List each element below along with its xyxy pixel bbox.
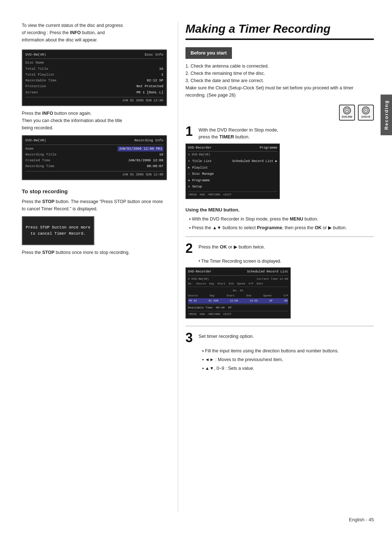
rec-info-title-left: DVD-RW(VR) bbox=[25, 138, 46, 143]
dvdrw-label: DVD-RW bbox=[342, 115, 352, 119]
prog-title-right: Programme bbox=[260, 146, 277, 151]
prog-icon-programme: ◆ bbox=[188, 178, 190, 183]
prog-nav-ok: ⊙OK bbox=[200, 193, 205, 197]
rec-title-label: Recording Title bbox=[25, 152, 62, 157]
before-start-item-3: 3. Check the date and time are correct. bbox=[185, 77, 374, 84]
page-title: Making a Timer Recording bbox=[185, 22, 374, 40]
dvdplusr-disc bbox=[362, 106, 370, 114]
using-menu-item-1: With the DVD Recorder in Stop mode, pres… bbox=[189, 215, 374, 223]
rec-time-val: 00:00:07 bbox=[147, 164, 163, 169]
ts-title-right: Scheduled Record List bbox=[247, 270, 288, 275]
rec-title-row: Recording Title 16 bbox=[25, 152, 163, 158]
left-column: To view the current status of the disc a… bbox=[22, 22, 178, 512]
step-2-num: 2 bbox=[185, 242, 195, 255]
disc-recordable-label: Recordable Time bbox=[25, 78, 62, 83]
divider-2 bbox=[185, 326, 374, 326]
ts-sub-right: Current Time 12:00 bbox=[257, 277, 288, 281]
ts-avail: Available Time 00:40 SP bbox=[188, 304, 288, 310]
step-2-bullet: • The Timer Recording screen is displaye… bbox=[185, 258, 374, 264]
ts-val-start: 12:00 bbox=[230, 299, 238, 303]
before-you-start-section: Before you start 1. Check the antenna ca… bbox=[185, 47, 374, 99]
stop-para2: Press the STOP buttons once more to stop… bbox=[22, 249, 167, 256]
ts-nav-exit: ▪EXIT bbox=[223, 312, 232, 316]
ts-header: DVD-Recorder Scheduled Record List bbox=[188, 270, 288, 276]
step-3-item-3: ▲▼, 0~9 : Sets a value. bbox=[202, 365, 374, 372]
ts-col-source: Source bbox=[188, 294, 198, 298]
step-3-list: Fill the input items using the direction… bbox=[185, 347, 374, 372]
stop-bold-2: STOP bbox=[42, 250, 54, 255]
disc-name-label: Disc Name bbox=[25, 60, 62, 65]
ts-nav-ok: ⊙OK bbox=[200, 312, 205, 316]
step-3-text: Set timer recording option. bbox=[199, 331, 254, 340]
stop-screen-text: Press STOP button once moreto cancel Tim… bbox=[26, 224, 90, 236]
rec-time-row: Recording Time 00:00:07 bbox=[25, 163, 163, 169]
disc-screen-label: Screen bbox=[25, 90, 62, 95]
ts-val-speed: SP bbox=[269, 299, 273, 303]
rec-name-row: Name JAN/01/2006 12:00 PR1 bbox=[25, 146, 163, 152]
ts-nav-move: ↕MOVE bbox=[188, 312, 197, 316]
divider-1 bbox=[185, 236, 374, 237]
ts-no01: No. 01 bbox=[188, 288, 288, 294]
step-3-header: 3 Set timer recording option. bbox=[185, 331, 374, 344]
ts-val-day: 01 SUN bbox=[208, 299, 218, 303]
disc-protection-val: Not Protected bbox=[136, 84, 163, 89]
ts-data-row: PR 01 01 SUN 12:00 14:55 SP ON bbox=[188, 298, 288, 304]
ok-bold: OK bbox=[315, 225, 322, 230]
dvd-icons-row: DVD-RW DVD+R bbox=[185, 105, 374, 121]
using-menu-item-2: Press the ▲▼ buttons to select Programme… bbox=[189, 224, 374, 231]
prog-label-playlist: Playlist bbox=[192, 166, 208, 171]
step-1-header: 1 With the DVD Recorder in Stop mode,pre… bbox=[185, 125, 374, 141]
dvdrw-disc bbox=[343, 106, 351, 114]
ts-col-vp: V/P bbox=[283, 294, 288, 298]
ts-col-start: Start bbox=[226, 294, 235, 298]
rec-created-row: Created Time JAN/01/2006 12:00 bbox=[25, 158, 163, 163]
step-2-block: 2 Press the OK or ▶ button twice. • The … bbox=[185, 242, 374, 319]
prog-item-playlist: ▶ Playlist bbox=[188, 165, 277, 171]
rec-name-label: Name bbox=[25, 146, 62, 151]
before-start-item-1: 1. Check the antenna cable is connected. bbox=[185, 62, 374, 70]
prog-item-programme: ◆ Programme bbox=[188, 178, 277, 184]
prog-icon-titlelist: ≡ bbox=[188, 159, 190, 164]
top-paragraph: To view the current status of the disc a… bbox=[22, 22, 167, 44]
rec-info-title-row: DVD-RW(VR) Recording Info bbox=[25, 138, 163, 145]
disc-total-title-label: Total Title bbox=[25, 66, 62, 72]
side-tab: Recording bbox=[381, 94, 392, 135]
prog-scheduled: Scheduled Record List ▶ bbox=[232, 159, 277, 164]
disc-recordable-val: 02:12 SP bbox=[147, 78, 163, 83]
ts-sub-left: ⊙ DVD-RW(VR) bbox=[188, 277, 209, 281]
rec-info-title-right: Recording Info bbox=[134, 138, 163, 143]
step-3-item-1: Fill the input items using the direction… bbox=[202, 347, 374, 355]
disc-recordable-row: Recordable Time 02:12 SP bbox=[25, 78, 163, 84]
ts-data-cols: Source Day Start End Speed V/P bbox=[188, 294, 288, 298]
disc-screen-row: Screen PR 1 [DUAL L] bbox=[25, 90, 163, 96]
step-2-header: 2 Press the OK or ▶ button twice. bbox=[185, 242, 374, 255]
rec-created-label: Created Time bbox=[25, 158, 62, 163]
right-column: Recording Making a Timer Recording Befor… bbox=[178, 22, 374, 512]
para2: Press the INFO button once again. Then y… bbox=[22, 110, 167, 132]
using-menu-list: With the DVD Recorder in Stop mode, pres… bbox=[185, 215, 374, 231]
disc-protection-label: Protection bbox=[25, 84, 62, 89]
before-start-content: 1. Check the antenna cable is connected.… bbox=[185, 62, 374, 99]
ts-sub-row: ⊙ DVD-RW(VR) Current Time 12:00 bbox=[188, 277, 288, 281]
prog-item-discmanage: ○ Disc Manage bbox=[188, 171, 277, 178]
disc-protection-row: Protection Not Protected bbox=[25, 84, 163, 89]
prog-sub: ⊙ DVD-RW(VR) bbox=[188, 153, 277, 157]
disc-total-title-val: 16 bbox=[159, 66, 163, 72]
step-1-num: 1 bbox=[185, 125, 195, 138]
top-para-text: To view the current status of the disc a… bbox=[22, 22, 167, 44]
ts-col-speed: Speed bbox=[263, 294, 271, 298]
prog-nav-exit: ▪EXIT bbox=[223, 193, 232, 197]
prog-icon-playlist: ▶ bbox=[188, 166, 190, 171]
prog-icon-discmanage: ○ bbox=[188, 172, 190, 177]
stop-bold-1: STOP bbox=[42, 199, 54, 204]
ts-title-left: DVD-Recorder bbox=[188, 270, 212, 275]
menu-bold: MENU bbox=[290, 217, 303, 222]
before-start-item-2: 2. Check the remaining time of the disc. bbox=[185, 70, 374, 77]
disc-info-screen: DVD-RW(VR) Disc Info Disc Name Total Tit… bbox=[22, 49, 167, 106]
prog-nav: ↕MOVE ⊙OK ↩RETURN ▪EXIT bbox=[188, 191, 277, 197]
page-footer: English - 45 bbox=[349, 516, 374, 523]
disc-total-playlist-val: 1 bbox=[161, 72, 163, 77]
stop-screen-container: Press STOP button once moreto cancel Tim… bbox=[22, 216, 167, 245]
stop-para1: Press the STOP button. The message "Pres… bbox=[22, 198, 167, 213]
dvdplusr-icon: DVD+R bbox=[358, 105, 374, 121]
